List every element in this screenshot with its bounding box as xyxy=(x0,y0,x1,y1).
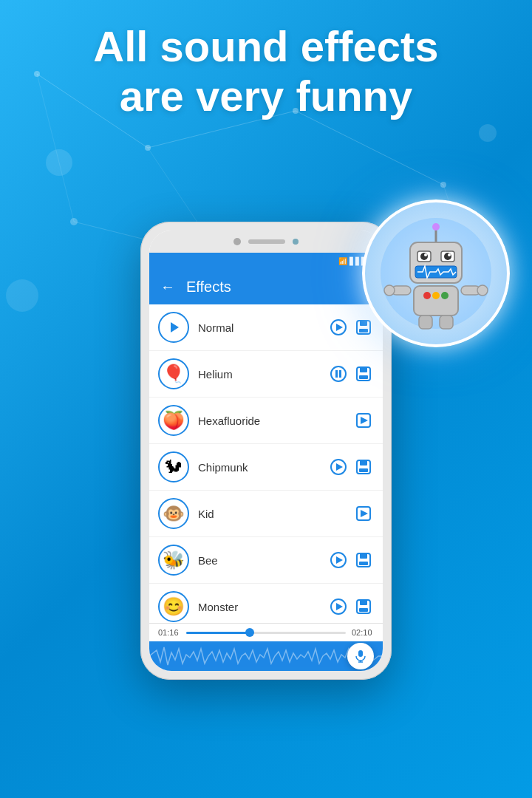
effect-name-chipmunk: Chipmunk xyxy=(198,461,319,474)
effect-actions-chipmunk xyxy=(328,457,374,477)
earpiece-speaker xyxy=(248,239,285,244)
effect-actions-kid xyxy=(353,503,374,524)
effect-icon-monster: 😊 xyxy=(158,591,189,622)
waveform-row xyxy=(149,641,383,671)
svg-marker-38 xyxy=(171,322,179,332)
svg-rect-56 xyxy=(359,468,368,472)
hero-title: All sound effects are very funny xyxy=(15,22,517,120)
effect-name-helium: Helium xyxy=(198,368,319,381)
svg-rect-45 xyxy=(335,370,338,378)
effect-item-chipmunk[interactable]: 🐿 Chipmunk xyxy=(149,444,383,491)
svg-rect-36 xyxy=(419,316,432,329)
svg-point-11 xyxy=(440,182,446,188)
svg-point-23 xyxy=(420,253,428,260)
phone-device: 📶 ▋▋▋ 9 ← Effects Normal xyxy=(140,222,392,680)
svg-point-12 xyxy=(70,218,78,225)
save-button-chipmunk[interactable] xyxy=(353,457,374,477)
svg-marker-40 xyxy=(336,324,343,331)
progress-row: 01:16 02:10 xyxy=(149,624,383,641)
svg-point-24 xyxy=(444,253,451,260)
svg-rect-46 xyxy=(339,370,341,378)
hero-title-line2: are very funny xyxy=(120,72,413,120)
effect-name-normal: Normal xyxy=(198,321,319,334)
player-controls: 01:16 02:10 xyxy=(149,623,383,671)
phone-hardware-top xyxy=(149,231,383,253)
svg-point-16 xyxy=(6,279,38,312)
svg-point-25 xyxy=(424,253,427,256)
effects-list: Normal 🎈 Helium xyxy=(149,304,383,623)
effect-item-hexafluoride[interactable]: 🍑 Hexafluoride xyxy=(149,398,383,444)
effect-actions-monster xyxy=(328,596,374,617)
svg-rect-68 xyxy=(359,608,368,612)
play-button-bee[interactable] xyxy=(328,550,349,570)
svg-rect-69 xyxy=(358,650,363,657)
svg-rect-43 xyxy=(359,329,368,332)
save-button-monster[interactable] xyxy=(353,596,374,617)
back-button[interactable]: ← xyxy=(160,279,175,296)
svg-rect-42 xyxy=(360,321,367,326)
save-button-normal[interactable] xyxy=(353,317,374,338)
play-button-chipmunk[interactable] xyxy=(328,457,349,477)
svg-rect-62 xyxy=(360,553,367,559)
svg-rect-48 xyxy=(360,367,367,372)
effect-icon-kid: 🐵 xyxy=(158,498,189,529)
status-bar: 📶 ▋▋▋ 9 xyxy=(149,253,383,269)
svg-rect-37 xyxy=(440,316,453,329)
effect-icon-hexafluoride: 🍑 xyxy=(158,405,189,436)
play-button-hexafluoride[interactable] xyxy=(353,410,374,431)
effect-item-monster[interactable]: 😊 Monster xyxy=(149,584,383,623)
effect-actions-bee xyxy=(328,550,374,570)
play-button-monster[interactable] xyxy=(328,596,349,617)
svg-point-30 xyxy=(432,292,440,299)
sensor xyxy=(293,239,299,245)
effect-name-hexafluoride: Hexafluoride xyxy=(198,415,344,427)
effect-name-monster: Monster xyxy=(198,601,319,613)
app-title: Effects xyxy=(186,279,231,296)
svg-point-35 xyxy=(477,285,488,296)
effect-actions-hexafluoride xyxy=(353,410,374,431)
effect-item-helium[interactable]: 🎈 Helium xyxy=(149,351,383,398)
svg-point-34 xyxy=(384,285,395,296)
svg-point-44 xyxy=(331,366,346,381)
effect-icon-helium: 🎈 xyxy=(158,358,189,389)
svg-point-29 xyxy=(423,292,431,299)
pause-button-helium[interactable] xyxy=(328,364,349,384)
phone-screen: 📶 ▋▋▋ 9 ← Effects Normal xyxy=(149,231,383,671)
total-time: 02:10 xyxy=(352,628,374,637)
front-camera xyxy=(233,238,241,245)
effect-icon-bee: 🐝 xyxy=(158,545,189,576)
play-button-kid[interactable] xyxy=(353,503,374,524)
svg-rect-67 xyxy=(360,600,367,605)
effect-icon-normal xyxy=(158,312,189,343)
svg-rect-63 xyxy=(359,562,368,565)
save-button-bee[interactable] xyxy=(353,550,374,570)
svg-point-9 xyxy=(145,145,151,151)
progress-fill xyxy=(186,632,250,634)
svg-point-31 xyxy=(441,292,449,299)
wifi-icon: 📶 xyxy=(338,257,347,265)
effect-item-kid[interactable]: 🐵 Kid xyxy=(149,491,383,537)
mic-icon xyxy=(354,649,367,663)
save-button-helium[interactable] xyxy=(353,364,374,384)
effect-item-bee[interactable]: 🐝 Bee xyxy=(149,537,383,584)
progress-thumb[interactable] xyxy=(245,628,254,637)
svg-marker-51 xyxy=(361,417,368,424)
progress-track[interactable] xyxy=(186,632,346,634)
current-time: 01:16 xyxy=(158,628,180,637)
effect-item-normal[interactable]: Normal xyxy=(149,304,383,351)
svg-point-26 xyxy=(448,253,451,256)
svg-rect-49 xyxy=(359,375,368,379)
svg-marker-53 xyxy=(336,463,343,471)
play-button-normal[interactable] xyxy=(328,317,349,338)
hero-title-line1: All sound effects xyxy=(93,22,438,70)
effect-actions-normal xyxy=(328,317,374,338)
phone-body: 📶 ▋▋▋ 9 ← Effects Normal xyxy=(140,222,392,680)
effect-actions-helium xyxy=(328,364,374,384)
mic-button[interactable] xyxy=(347,643,374,669)
svg-point-19 xyxy=(432,223,440,231)
svg-rect-55 xyxy=(360,460,367,466)
effect-icon-chipmunk: 🐿 xyxy=(158,451,189,482)
svg-marker-65 xyxy=(336,603,343,610)
svg-marker-60 xyxy=(336,556,343,564)
app-header: ← Effects xyxy=(149,269,383,304)
